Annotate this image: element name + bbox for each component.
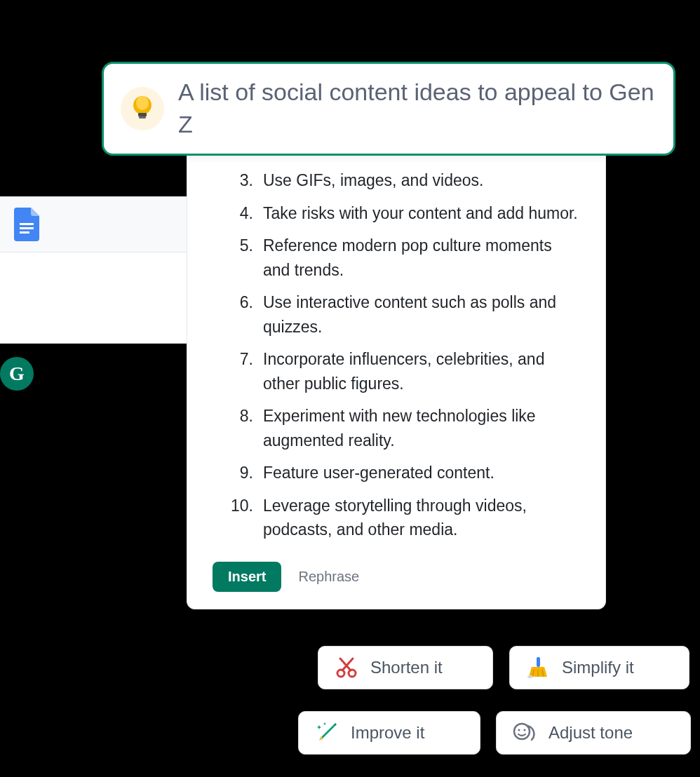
svg-rect-0 [20,223,34,225]
list-item: Use interactive content such as polls an… [213,290,580,339]
svg-point-4 [136,96,149,110]
insert-button[interactable]: Insert [213,562,281,592]
list-item: Experiment with new technologies like au… [213,404,580,452]
rephrase-link[interactable]: Rephrase [298,569,359,585]
broom-icon [525,655,551,680]
chip-label: Improve it [351,723,424,743]
prompt-text: A list of social content ideas to appeal… [178,76,657,141]
svg-point-15 [527,675,533,678]
svg-line-10 [340,658,351,670]
result-list: Use GIFs, images, and videos. Take risks… [213,168,580,542]
svg-line-9 [342,658,353,670]
grammarly-g-icon: G [9,363,25,385]
svg-point-17 [518,729,520,731]
list-item: Leverage storytelling through videos, po… [213,494,580,542]
docs-toolbar [0,196,189,252]
grammarly-badge[interactable]: G [0,357,34,391]
svg-point-18 [523,729,525,731]
adjust-tone-chip[interactable]: Adjust tone [496,711,691,755]
tone-face-icon [512,720,537,745]
svg-rect-5 [138,113,147,116]
svg-rect-11 [537,657,540,667]
list-item: Incorporate influencers, celebrities, an… [213,347,580,396]
chip-label: Adjust tone [548,723,633,743]
svg-rect-2 [20,231,29,234]
pencil-sparkle-icon [314,720,339,745]
chip-label: Shorten it [370,658,443,677]
ai-result-panel: Use GIFs, images, and videos. Take risks… [187,149,606,609]
simplify-chip[interactable]: Simplify it [509,646,689,689]
docs-body-placeholder [0,252,189,344]
svg-rect-6 [139,116,146,119]
chip-label: Simplify it [562,658,634,677]
panel-actions: Insert Rephrase [213,562,580,592]
lightbulb-icon [121,87,164,130]
list-item: Take risks with your content and add hum… [213,201,580,226]
ai-prompt-card[interactable]: A list of social content ideas to appeal… [102,62,675,156]
list-item: Reference modern pop culture moments and… [213,234,580,282]
docs-icon [14,208,39,241]
list-item: Use GIFs, images, and videos. [213,168,580,193]
improve-chip[interactable]: Improve it [298,711,480,755]
svg-rect-1 [20,227,34,229]
scissors-icon [334,655,359,680]
shorten-chip[interactable]: Shorten it [318,646,493,689]
list-item: Feature user-generated content. [213,461,580,485]
